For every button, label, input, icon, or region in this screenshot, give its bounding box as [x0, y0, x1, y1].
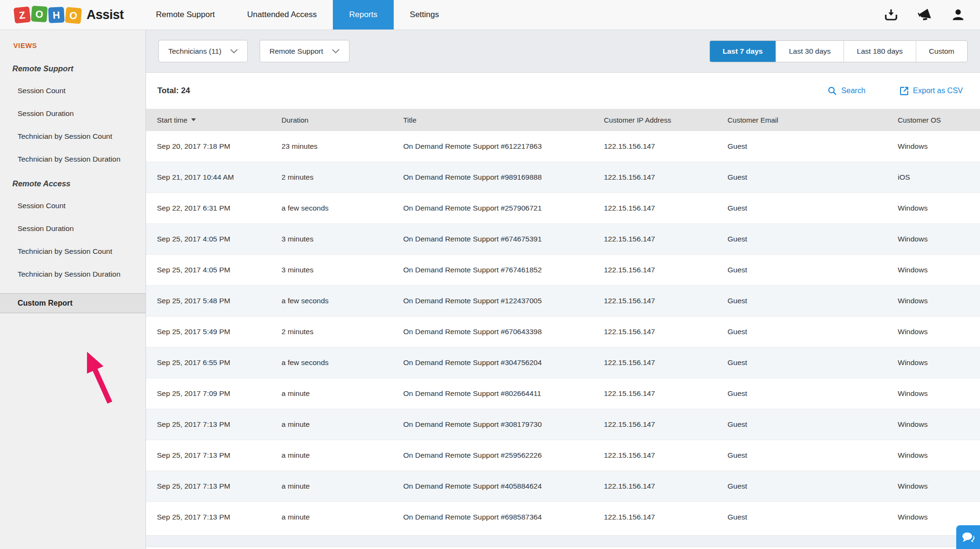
cell-customer-os: Windows [898, 266, 980, 274]
column-header-duration[interactable]: Duration [281, 116, 403, 124]
technicians-dropdown-label: Technicians (11) [168, 47, 222, 56]
nav-tab[interactable]: Reports [333, 0, 394, 29]
cell-start-time: Sep 25, 2017 7:13 PM [157, 513, 281, 521]
column-header-customer-ip[interactable]: Customer IP Address [604, 116, 728, 124]
cell-customer-os: Windows [898, 482, 980, 491]
date-range-button[interactable]: Last 7 days [710, 41, 776, 62]
chevron-down-icon [230, 49, 238, 53]
zoho-assist-logo[interactable]: Z O H O Assist [0, 0, 127, 29]
cell-start-time: Sep 25, 2017 5:49 PM [157, 327, 281, 336]
date-range-selector: Last 7 days Last 30 days Last 180 days C… [709, 40, 968, 62]
table-row[interactable]: Sep 21, 2017 10:44 AM 2 minutes On Deman… [146, 162, 980, 193]
views-label: VIEWS [13, 42, 146, 49]
sidebar-item[interactable]: Session Count [18, 201, 127, 211]
cell-title: On Demand Remote Support #259562226 [403, 451, 604, 460]
sort-desc-icon [191, 118, 196, 121]
cell-customer-ip: 122.15.156.147 [604, 420, 728, 429]
cell-customer-ip: 122.15.156.147 [604, 173, 728, 182]
export-csv-button[interactable]: Export as CSV [900, 87, 963, 96]
column-header-start-time[interactable]: Start time [157, 116, 281, 124]
sidebar-item[interactable]: Session Count [18, 86, 127, 96]
cell-title: On Demand Remote Support #767461852 [403, 266, 604, 274]
sidebar-remote-support-items: Session Count Session Duration Technicia… [0, 86, 146, 164]
cell-start-time: Sep 25, 2017 7:13 PM [157, 451, 281, 460]
cell-customer-email: Guest [728, 266, 898, 274]
cell-duration: 2 minutes [281, 327, 403, 336]
chat-widget-button[interactable] [956, 525, 980, 549]
cell-customer-os: Windows [898, 451, 980, 460]
nav-tab[interactable]: Remote Support [140, 0, 231, 29]
cell-duration: a few seconds [281, 204, 403, 212]
cell-customer-ip: 122.15.156.147 [604, 358, 728, 367]
toolbar-links: Search Export as CSV [828, 87, 963, 96]
sidebar-section-remote-support: Remote Support [12, 64, 146, 73]
column-header-customer-email[interactable]: Customer Email [728, 116, 898, 124]
category-dropdown[interactable]: Remote Support [260, 40, 349, 62]
cell-customer-os: Windows [898, 389, 980, 398]
announcements-button[interactable] [917, 8, 932, 22]
total-count: Total: 24 [157, 86, 190, 96]
partial-next-row [146, 535, 980, 547]
cell-title: On Demand Remote Support #304756204 [403, 358, 604, 367]
table-row[interactable]: Sep 25, 2017 5:49 PM 2 minutes On Demand… [146, 316, 980, 347]
zoho-logo-tile: O [65, 7, 82, 24]
cell-duration: a few seconds [281, 297, 403, 305]
table-body: Sep 20, 2017 7:18 PM 23 minutes On Deman… [146, 131, 980, 532]
search-button[interactable]: Search [828, 87, 865, 96]
table-row[interactable]: Sep 25, 2017 7:13 PM a minute On Demand … [146, 471, 980, 501]
cell-customer-ip: 122.15.156.147 [604, 142, 728, 151]
main-nav-tabs: Remote Support Unattended Access Reports… [140, 0, 455, 29]
cell-customer-email: Guest [728, 327, 898, 336]
cell-customer-os: Windows [898, 235, 980, 243]
download-button[interactable] [884, 8, 898, 21]
table-row[interactable]: Sep 25, 2017 7:09 PM a minute On Demand … [146, 378, 980, 409]
sidebar: VIEWS Remote Support Session Count Sessi… [0, 30, 146, 549]
cell-start-time: Sep 25, 2017 5:48 PM [157, 297, 281, 305]
column-header-customer-os[interactable]: Customer OS [898, 116, 980, 124]
technicians-dropdown[interactable]: Technicians (11) [158, 40, 248, 62]
table-row[interactable]: Sep 25, 2017 5:48 PM a few seconds On De… [146, 285, 980, 316]
sidebar-item[interactable]: Technician by Session Count [18, 131, 127, 142]
sidebar-item[interactable]: Session Duration [18, 108, 127, 119]
sidebar-item[interactable]: Technician by Session Duration [18, 154, 127, 164]
cell-title: On Demand Remote Support #405884624 [403, 482, 604, 491]
cell-title: On Demand Remote Support #670643398 [403, 327, 604, 336]
date-range-button[interactable]: Custom [916, 41, 967, 62]
top-nav-right [884, 0, 980, 29]
table-row[interactable]: Sep 22, 2017 6:31 PM a few seconds On De… [146, 193, 980, 223]
main-content: Technicians (11) Remote Support Last 7 d… [146, 30, 980, 549]
page-shell: VIEWS Remote Support Session Count Sessi… [0, 30, 980, 549]
cell-customer-email: Guest [728, 513, 898, 521]
cell-customer-os: iOS [898, 173, 980, 182]
table-row[interactable]: Sep 20, 2017 7:18 PM 23 minutes On Deman… [146, 131, 980, 162]
nav-tab[interactable]: Unattended Access [231, 0, 333, 29]
cell-customer-ip: 122.15.156.147 [604, 266, 728, 274]
table-row[interactable]: Sep 25, 2017 7:13 PM a minute On Demand … [146, 409, 980, 440]
cell-customer-email: Guest [728, 235, 898, 243]
sidebar-item[interactable]: Technician by Session Count [18, 246, 127, 257]
column-header-title[interactable]: Title [403, 116, 604, 124]
table-row[interactable]: Sep 25, 2017 7:13 PM a minute On Demand … [146, 440, 980, 471]
cell-customer-os: Windows [898, 327, 980, 336]
table-row[interactable]: Sep 25, 2017 6:55 PM a few seconds On De… [146, 347, 980, 378]
table-row[interactable]: Sep 25, 2017 7:13 PM a minute On Demand … [146, 501, 980, 532]
sidebar-item[interactable]: Session Duration [18, 223, 127, 234]
cell-title: On Demand Remote Support #257906721 [403, 204, 604, 212]
cell-customer-ip: 122.15.156.147 [604, 235, 728, 243]
cell-start-time: Sep 25, 2017 4:05 PM [157, 266, 281, 274]
date-range-button[interactable]: Last 180 days [844, 41, 916, 62]
nav-tab[interactable]: Settings [394, 0, 455, 29]
zoho-logo-tile: Z [13, 6, 30, 23]
date-range-button[interactable]: Last 30 days [776, 41, 844, 62]
cell-title: On Demand Remote Support #122437005 [403, 297, 604, 305]
cell-duration: 3 minutes [281, 266, 403, 274]
zoho-logo-tiles: Z O H O [14, 7, 81, 23]
account-button[interactable] [951, 8, 965, 21]
chat-bubbles-icon [961, 531, 975, 543]
cell-title: On Demand Remote Support #308179730 [403, 420, 604, 429]
sidebar-item[interactable]: Technician by Session Duration [18, 269, 127, 279]
cell-duration: a few seconds [281, 358, 403, 367]
sidebar-item-custom-report[interactable]: Custom Report [0, 293, 146, 313]
table-row[interactable]: Sep 25, 2017 4:05 PM 3 minutes On Demand… [146, 223, 980, 254]
table-row[interactable]: Sep 25, 2017 4:05 PM 3 minutes On Demand… [146, 254, 980, 285]
